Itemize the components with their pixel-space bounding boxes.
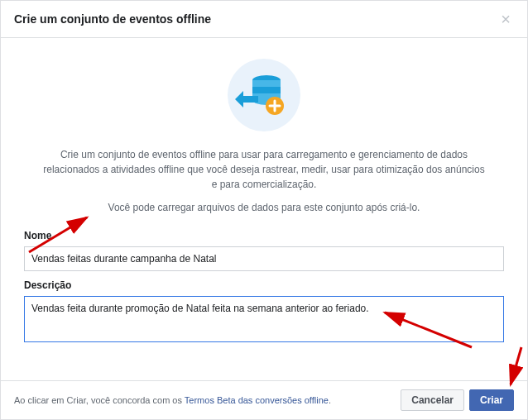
modal-title: Crie um conjunto de eventos offline [14,12,211,26]
terms-prefix: Ao clicar em Criar, você concorda com os [14,395,185,405]
modal-footer: Ao clicar em Criar, você concorda com os… [1,380,527,419]
description-text-1: Crie um conjunto de eventos offline para… [41,147,487,192]
close-icon[interactable]: × [497,11,514,27]
name-label: Nome [24,230,504,241]
description-textarea[interactable] [24,296,504,342]
terms-link[interactable]: Termos Beta das conversões offline [185,395,329,405]
footer-buttons: Cancelar Criar [401,389,514,411]
create-offline-event-set-modal: Crie um conjunto de eventos offline × Cr… [0,0,528,420]
create-button[interactable]: Criar [469,389,514,411]
description-text-2: Você pode carregar arquivos de dados par… [41,200,487,215]
description-label: Descrição [24,279,504,291]
terms-suffix: . [329,395,331,405]
database-hero-icon [24,58,504,132]
modal-header: Crie um conjunto de eventos offline × [1,1,527,38]
modal-body: Crie um conjunto de eventos offline para… [1,38,527,380]
name-input[interactable] [24,246,504,271]
cancel-button[interactable]: Cancelar [401,389,464,411]
terms-text: Ao clicar em Criar, você concorda com os… [14,395,331,405]
